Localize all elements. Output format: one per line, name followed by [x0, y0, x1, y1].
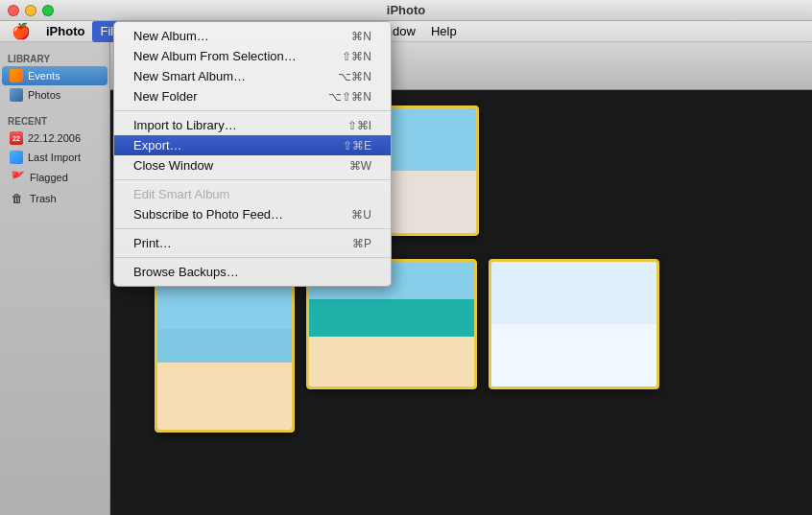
titlebar: iPhoto — [0, 0, 812, 21]
sidebar-date-label: 22.12.2006 — [28, 132, 81, 144]
sidebar-item-flagged[interactable]: 🚩 Flagged — [2, 167, 107, 188]
flag-icon: 🚩 — [10, 170, 25, 185]
recent-section-title: RECENT — [0, 112, 109, 129]
close-button[interactable] — [8, 5, 19, 16]
sidebar-item-photos[interactable]: Photos — [2, 85, 107, 105]
menu-import-to-library[interactable]: Import to Library… ⇧⌘I — [114, 115, 391, 135]
menu-edit-smart-album-label: Edit Smart Album — [133, 187, 229, 201]
sidebar-flagged-label: Flagged — [30, 172, 68, 183]
menu-close-window-shortcut: ⌘W — [349, 159, 371, 173]
menu-subscribe-to-photo-feed[interactable]: Subscribe to Photo Feed… ⌘U — [114, 204, 391, 224]
library-section-title: LIBRARY — [0, 50, 109, 66]
menu-new-folder-shortcut: ⌥⇧⌘N — [328, 90, 371, 104]
events-icon — [10, 69, 23, 82]
menu-import-to-library-shortcut: ⇧⌘I — [347, 119, 371, 132]
menu-new-smart-album[interactable]: New Smart Album… ⌥⌘N — [114, 66, 391, 86]
trash-icon: 🗑 — [10, 191, 25, 206]
photo-winter-ski — [491, 262, 657, 386]
menu-new-smart-album-label: New Smart Album… — [133, 69, 246, 83]
menu-edit-smart-album: Edit Smart Album — [114, 184, 391, 204]
menu-new-album-from-selection-label: New Album From Selection… — [133, 49, 297, 63]
photo-item-5[interactable] — [489, 259, 659, 433]
menu-print[interactable]: Print… ⌘P — [114, 233, 391, 253]
menu-browse-backups-label: Browse Backups… — [133, 265, 239, 279]
menu-new-album[interactable]: New Album… ⌘N — [114, 26, 391, 46]
menu-close-window[interactable]: Close Window ⌘W — [114, 155, 391, 176]
menu-new-album-from-selection[interactable]: New Album From Selection… ⇧⌘N — [114, 46, 391, 66]
traffic-lights — [8, 5, 54, 16]
import-icon — [10, 151, 23, 164]
menu-browse-backups[interactable]: Browse Backups… — [114, 262, 391, 282]
sidebar-last-import-label: Last Import — [28, 152, 81, 163]
sidebar-item-last-import[interactable]: Last Import — [2, 148, 107, 167]
menu-sep-2 — [114, 179, 391, 180]
menu-new-album-label: New Album… — [133, 29, 209, 43]
menu-export[interactable]: Export… ⇧⌘E — [114, 135, 391, 155]
menu-sep-4 — [114, 257, 391, 258]
menu-export-shortcut: ⇧⌘E — [343, 139, 371, 152]
sidebar-trash-label: Trash — [30, 193, 57, 204]
menu-export-label: Export… — [133, 138, 182, 152]
menu-new-folder[interactable]: New Folder ⌥⇧⌘N — [114, 86, 391, 106]
sidebar-item-events[interactable]: Events — [2, 66, 107, 85]
menu-import-to-library-label: Import to Library… — [133, 118, 237, 132]
menu-new-album-shortcut: ⌘N — [351, 30, 371, 43]
sidebar: LIBRARY Events Photos RECENT 22 22.12.20… — [0, 42, 110, 515]
file-menu-dropdown: New Album… ⌘N New Album From Selection… … — [113, 21, 392, 287]
calendar-icon: 22 — [10, 131, 23, 145]
menu-new-folder-label: New Folder — [133, 89, 197, 104]
sidebar-events-label: Events — [28, 70, 60, 82]
menu-print-label: Print… — [133, 236, 172, 250]
menu-new-smart-album-shortcut: ⌥⌘N — [338, 70, 371, 83]
menu-sep-3 — [114, 228, 391, 229]
apple-menu[interactable]: 🍎 — [4, 21, 38, 42]
window-title: iPhoto — [387, 3, 425, 17]
photo-frame-5 — [489, 259, 659, 389]
menu-sep-1 — [114, 110, 391, 111]
menu-new-album-from-selection-shortcut: ⇧⌘N — [342, 50, 371, 63]
photos-icon — [10, 88, 23, 102]
photo-beach-lift — [157, 262, 292, 430]
menu-subscribe-to-photo-feed-shortcut: ⌘U — [351, 208, 371, 222]
maximize-button[interactable] — [42, 5, 54, 16]
menu-print-shortcut: ⌘P — [352, 237, 371, 250]
menu-close-window-label: Close Window — [133, 158, 213, 173]
menu-iphoto[interactable]: iPhoto — [38, 21, 92, 42]
sidebar-photos-label: Photos — [28, 89, 60, 101]
sidebar-item-trash[interactable]: 🗑 Trash — [2, 188, 107, 209]
menu-help[interactable]: Help — [423, 21, 465, 42]
menu-subscribe-to-photo-feed-label: Subscribe to Photo Feed… — [133, 207, 283, 222]
sidebar-item-date[interactable]: 22 22.12.2006 — [2, 129, 107, 148]
minimize-button[interactable] — [25, 5, 36, 16]
